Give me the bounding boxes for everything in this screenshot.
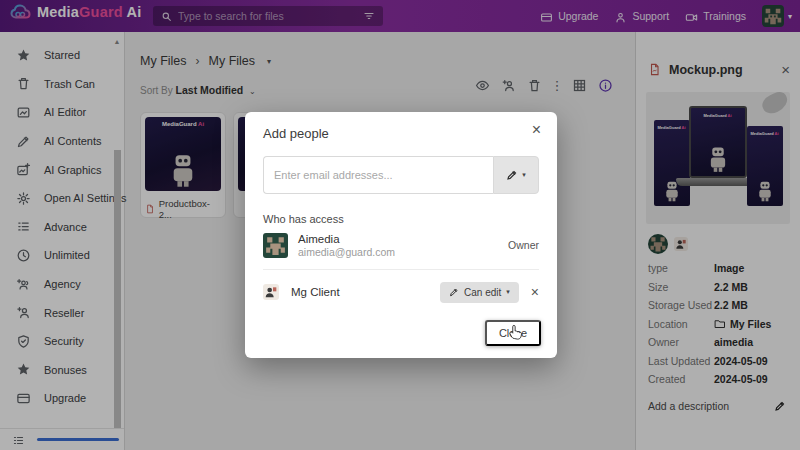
dialog-close-icon[interactable]: × — [532, 122, 541, 138]
app-screen: MediaGuard Ai Upgrade Support Trainings … — [0, 0, 800, 450]
access-heading: Who has access — [263, 213, 344, 225]
owner-avatar — [263, 233, 288, 258]
person-name: Aimedia — [298, 233, 508, 245]
access-row-owner: Aimedia aimedia@guard.com Owner — [263, 230, 539, 260]
pencil-icon — [506, 169, 518, 181]
member-avatar — [263, 284, 279, 300]
dialog-title: Add people — [263, 126, 329, 141]
permission-select[interactable]: Can edit ▾ — [440, 282, 519, 303]
email-input-row: ▾ — [263, 156, 539, 194]
permission-value: Can edit — [464, 287, 501, 298]
divider — [263, 269, 539, 270]
remove-person-icon[interactable]: × — [531, 285, 539, 299]
person-email: aimedia@guard.com — [298, 246, 508, 258]
pencil-icon — [449, 287, 459, 297]
chevron-down-icon: ▾ — [522, 171, 526, 179]
chevron-down-icon: ▾ — [506, 288, 510, 296]
email-input[interactable] — [263, 156, 493, 194]
person-role: Owner — [508, 239, 539, 251]
mouse-cursor-hand — [508, 322, 523, 340]
permission-dropdown-button[interactable]: ▾ — [493, 156, 539, 194]
person-name: Mg Client — [291, 286, 340, 298]
access-row-member: Mg Client Can edit ▾ × — [263, 279, 539, 305]
